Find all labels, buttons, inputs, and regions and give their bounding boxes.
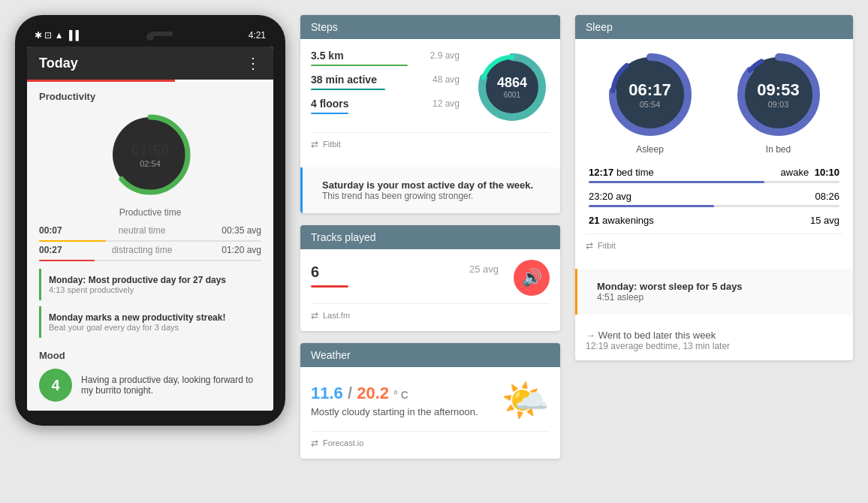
stat-avg-2: 12 avg <box>432 98 460 109</box>
tracks-row: 6 25 avg 🔊 <box>311 260 550 296</box>
steps-card-body: 3.5 km 2.9 avg 38 min active 48 avg 4 fl… <box>300 39 560 160</box>
music-button[interactable]: 🔊 <box>514 260 550 296</box>
stat-val-1: 38 min active <box>311 74 377 86</box>
distracting-bar-container <box>39 260 261 261</box>
weather-desc: Mostly cloudy starting in the afternoon. <box>311 406 501 417</box>
tracks-source: Last.fm <box>323 311 350 320</box>
temp-sep: / <box>348 384 357 402</box>
weather-left: 11.6 / 20.2 ° C Mostly cloudy starting i… <box>311 384 501 417</box>
stat-row-0: 3.5 km 2.9 avg <box>311 50 460 62</box>
sleep-source: Fitbit <box>598 241 616 250</box>
sleep-card-body: 06:17 05:54 Asleep 09:53 <box>575 39 853 261</box>
weather-source: Forecast.io <box>323 438 363 447</box>
steps-stats: 3.5 km 2.9 avg 38 min active 48 avg 4 fl… <box>311 50 550 125</box>
tracks-card: Tracks played 6 25 avg 🔊 ⇄ Last.fm <box>300 225 560 331</box>
productivity-circle: 01:50 02:54 <box>105 110 195 200</box>
awake-label: awake <box>781 167 809 178</box>
awakenings-avg: 15 avg <box>810 215 839 226</box>
bedtime-val: 12:17 bed time <box>589 167 654 178</box>
bedtime-label: bed time <box>616 167 654 178</box>
toolbar-menu-icon[interactable]: ⋮ <box>246 54 261 72</box>
donut-sub: 6001 <box>497 91 527 99</box>
neutral-bar <box>39 240 106 242</box>
distracting-time-val: 00:27 <box>39 245 62 255</box>
donut-main: 4864 <box>497 75 527 91</box>
phone-speaker <box>150 32 173 36</box>
insight-item-1: Monday marks a new productivity streak! … <box>39 306 261 338</box>
bedtime-val-bold: 12:17 <box>589 167 613 178</box>
asleep-sub: 05:54 <box>628 100 671 109</box>
steps-insight-box: Saturday is your most active day of the … <box>300 167 560 213</box>
neutral-time-val: 00:07 <box>39 225 62 236</box>
sleep-bar-1-fill <box>589 181 764 183</box>
temp-low: 11.6 <box>311 384 343 402</box>
phone-frame: ✱ ⊡ ▲ ▐▐ 4:21 Today ⋮ Productivity <box>15 15 285 426</box>
inbed-sub: 09:03 <box>757 100 799 109</box>
asleep-label: Asleep <box>636 144 664 155</box>
bedtime-row: 12:17 bed time awake 10:10 <box>589 167 839 178</box>
stat-val-2: 4 floors <box>311 98 349 110</box>
sleep-bar-2-bg <box>589 205 839 207</box>
mood-section: Mood 4 Having a productive day, looking … <box>39 344 261 402</box>
stat-avg-1: 48 avg <box>432 74 460 85</box>
steps-left: 3.5 km 2.9 avg 38 min active 48 avg 4 fl… <box>311 50 460 122</box>
sleep-card-header: Sleep <box>575 15 853 39</box>
tracks-source-row: ⇄ Last.fm <box>311 303 550 321</box>
phone-content: Productivity 01:50 02:54 Productive time <box>27 82 273 411</box>
inbed-circle-wrap: 09:53 09:03 In bed <box>734 50 824 155</box>
awakenings-count: 21 <box>589 215 599 226</box>
stat-row-2: 4 floors 12 avg <box>311 98 460 110</box>
distracting-bar <box>39 260 95 261</box>
sleep-insight2-sub: 12:19 average bedtime, 13 min later <box>586 341 842 351</box>
steps-source: Fitbit <box>323 140 341 149</box>
productive-label: Productive time <box>39 207 261 218</box>
tracks-left: 6 25 avg <box>311 264 499 292</box>
inbed-time: 09:53 <box>757 80 799 100</box>
neutral-bar-container <box>39 240 261 242</box>
steps-source-row: ⇄ Fitbit <box>311 132 550 149</box>
insight-title-0: Monday: Most productive day for 27 days <box>49 275 261 285</box>
distracting-time-avg: 01:20 avg <box>222 245 261 255</box>
sleep-fitbit-icon: ⇄ <box>586 240 593 251</box>
avg-left: 23:20 avg <box>589 191 631 202</box>
insight-item-0: Monday: Most productive day for 27 days … <box>39 269 261 300</box>
right-column: Sleep 06:17 05:54 Asle <box>575 15 853 360</box>
phone-widget: ✱ ⊡ ▲ ▐▐ 4:21 Today ⋮ Productivity <box>15 15 285 426</box>
productivity-circle-container: 01:50 02:54 <box>39 110 261 200</box>
sleep-insight-sub: 4:51 asleep <box>597 292 833 303</box>
circle-center: 01:50 02:54 <box>131 142 169 168</box>
weather-temp: 11.6 / 20.2 ° C <box>311 384 501 403</box>
tracks-card-body: 6 25 avg 🔊 ⇄ Last.fm <box>300 249 560 331</box>
insight-title-1: Monday marks a new productivity streak! <box>49 312 261 323</box>
sleep-insight-title: Monday: worst sleep for 5 days <box>597 281 833 292</box>
tracks-bar <box>311 285 348 288</box>
productivity-section-title: Productivity <box>39 91 261 102</box>
asleep-circle-wrap: 06:17 05:54 Asleep <box>605 50 695 155</box>
stat-bar-0 <box>311 65 408 66</box>
tracks-avg: 25 avg <box>469 264 499 281</box>
awake-group: awake 10:10 <box>781 167 839 178</box>
avg-right: 08:26 <box>815 191 839 202</box>
neutral-time-label: neutral time <box>119 225 166 236</box>
middle-column: Steps 3.5 km 2.9 avg 38 min active 48 av… <box>300 15 560 459</box>
temp-high: 20.2 <box>357 384 389 402</box>
sleep-card: Sleep 06:17 05:54 Asle <box>575 15 853 360</box>
awakenings-row: 21 awakenings 15 avg <box>589 215 839 226</box>
sleep-circles: 06:17 05:54 Asleep 09:53 <box>586 50 842 155</box>
insight-sub-0: 4:13 spent productively <box>49 285 261 294</box>
weather-card-body: 11.6 / 20.2 ° C Mostly cloudy starting i… <box>300 367 560 459</box>
temp-unit: ° C <box>393 389 408 401</box>
stat-row-1: 38 min active 48 avg <box>311 74 460 86</box>
weather-source-row: ⇄ Forecast.io <box>311 431 550 448</box>
fitbit-icon: ⇄ <box>311 139 318 149</box>
circle-time: 01:50 <box>131 142 169 159</box>
steps-insight-sub: This trend has been growing stronger. <box>322 191 541 201</box>
steps-card: Steps 3.5 km 2.9 avg 38 min active 48 av… <box>300 15 560 213</box>
sleep-insight2-title: → Went to bed later this week <box>586 330 842 341</box>
sleep-bar-1-bg <box>589 181 839 183</box>
awakenings-label: awakenings <box>602 215 654 226</box>
sleep-stats: 12:17 bed time awake 10:10 23:20 avg 08:… <box>586 167 842 226</box>
steps-card-header: Steps <box>300 15 560 39</box>
mood-score: 4 <box>39 369 72 402</box>
sleep-insight2-box: → Went to bed later this week 12:19 aver… <box>575 321 853 360</box>
